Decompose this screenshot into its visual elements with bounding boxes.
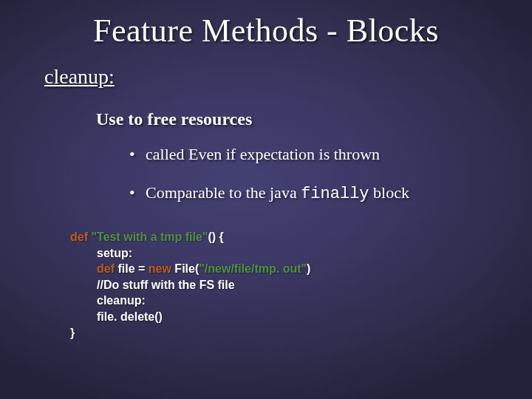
code-keyword: new	[149, 262, 171, 275]
code-plain: file =	[115, 262, 149, 275]
code-string: "Test with a tmp file"	[91, 231, 208, 243]
bullet-dot: •	[129, 183, 146, 202]
bullet-list: •called Even if expectation is thrown •C…	[129, 145, 409, 222]
lead-line: Use to free resources	[96, 109, 252, 129]
code-keyword: def	[97, 262, 115, 275]
code-line: }	[70, 325, 310, 341]
code-line: def file = new File("/new/file/tmp. out"…	[97, 261, 310, 277]
code-line: def "Test with a tmp file"() {	[70, 229, 310, 245]
bullet-text-tail: block	[369, 183, 409, 202]
slide-title: Feature Methods - Blocks	[0, 12, 532, 50]
inline-code: finally	[301, 185, 369, 203]
code-line: //Do stuff with the FS file	[97, 277, 310, 293]
code-plain: File(	[171, 262, 199, 275]
code-line: file. delete()	[97, 309, 310, 325]
code-plain: )	[307, 262, 310, 275]
code-sample: def "Test with a tmp file"() { setup: de…	[70, 229, 310, 341]
slide: Feature Methods - Blocks cleanup: Use to…	[0, 0, 532, 399]
bullet-dot: •	[129, 145, 146, 164]
bullet-item: •Comparable to the java finally block	[129, 183, 409, 203]
code-keyword: def	[70, 231, 88, 243]
code-plain: () {	[208, 231, 223, 243]
bullet-text: Comparable to the java	[146, 183, 301, 202]
bullet-text: called Even if expectation is thrown	[146, 145, 380, 163]
bullet-item: •called Even if expectation is thrown	[129, 145, 409, 164]
code-line: cleanup:	[97, 293, 310, 309]
section-heading: cleanup:	[44, 65, 115, 89]
code-string: "/new/file/tmp. out"	[199, 262, 307, 275]
code-line: setup:	[97, 245, 310, 262]
code-block-inner: setup: def file = new File("/new/file/tm…	[97, 245, 310, 325]
